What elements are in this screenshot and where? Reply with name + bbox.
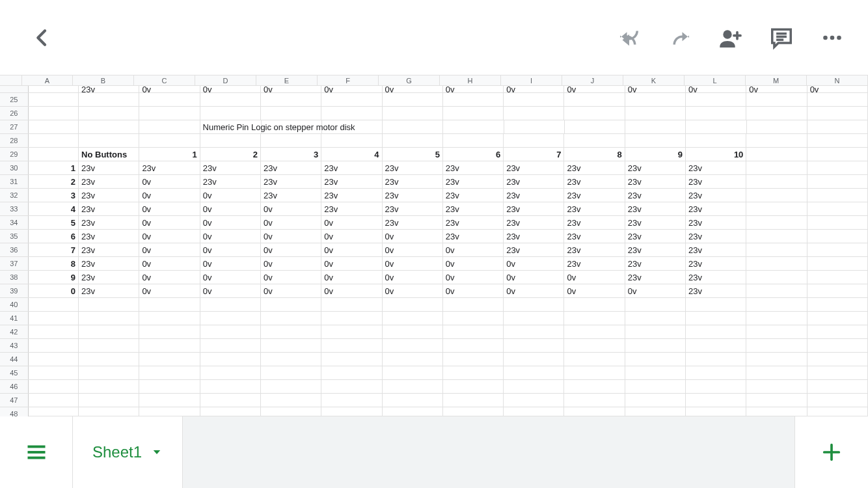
cell[interactable] — [261, 407, 321, 416]
back-button[interactable] — [20, 15, 65, 61]
cell[interactable]: 23v — [504, 175, 564, 188]
cell[interactable]: 0v — [383, 86, 443, 92]
cell[interactable] — [321, 339, 382, 352]
cell[interactable] — [29, 407, 79, 416]
row-header[interactable]: 42 — [0, 325, 29, 338]
cell[interactable] — [383, 339, 443, 352]
cell[interactable]: 23v — [686, 175, 746, 188]
cell[interactable]: 23v — [686, 243, 746, 256]
cell[interactable]: 23v — [79, 216, 139, 229]
cell[interactable]: 0v — [261, 202, 321, 215]
row-header[interactable]: 47 — [0, 394, 29, 407]
cell[interactable] — [746, 353, 807, 366]
cell[interactable] — [139, 298, 200, 311]
cell[interactable] — [564, 366, 625, 379]
cell[interactable] — [79, 394, 139, 407]
cell[interactable]: 9 — [29, 271, 79, 284]
cell[interactable] — [564, 312, 625, 325]
cell[interactable]: 0v — [321, 230, 382, 243]
undo-button[interactable] — [606, 15, 652, 61]
cell[interactable]: 0v — [200, 284, 261, 297]
cell[interactable] — [746, 339, 807, 352]
cell[interactable] — [29, 312, 79, 325]
cell[interactable]: Numeric Pin Logic on stepper motor disk — [200, 120, 262, 133]
cell[interactable]: 23v — [564, 216, 625, 229]
cell[interactable] — [625, 107, 686, 120]
cell[interactable] — [564, 93, 625, 106]
cell[interactable]: 0v — [139, 189, 200, 202]
cell[interactable] — [686, 298, 746, 311]
cell[interactable] — [321, 407, 382, 416]
cell[interactable] — [746, 107, 807, 120]
cell[interactable]: 23v — [564, 230, 625, 243]
cell[interactable]: 23v — [321, 202, 382, 215]
cell[interactable] — [79, 93, 139, 106]
cell[interactable] — [200, 339, 261, 352]
cell[interactable] — [200, 366, 261, 379]
cell[interactable] — [139, 339, 200, 352]
cell[interactable]: 0v — [504, 284, 564, 297]
cell[interactable] — [746, 216, 807, 229]
cell[interactable]: 0v — [261, 284, 321, 297]
row-header[interactable]: 25 — [0, 93, 29, 106]
cell[interactable] — [625, 120, 686, 133]
cell[interactable] — [625, 407, 686, 416]
cell[interactable] — [443, 380, 504, 393]
cell[interactable] — [261, 312, 321, 325]
cell[interactable] — [746, 161, 807, 174]
cell[interactable]: 23v — [383, 216, 443, 229]
cell[interactable]: 23v — [443, 230, 504, 243]
cell[interactable] — [443, 353, 504, 366]
cell[interactable]: 23v — [504, 202, 564, 215]
cell[interactable]: 0v — [625, 284, 686, 297]
row-header[interactable]: 32 — [0, 189, 29, 202]
cell[interactable] — [261, 339, 321, 352]
cell[interactable] — [686, 380, 746, 393]
row-header[interactable]: 30 — [0, 161, 29, 174]
cell[interactable]: 23v — [504, 230, 564, 243]
cell[interactable] — [443, 339, 504, 352]
cell[interactable]: 0v — [261, 86, 321, 92]
cell[interactable]: 0v — [383, 243, 443, 256]
cell[interactable]: 0v — [564, 284, 625, 297]
cell[interactable] — [383, 325, 443, 338]
column-header-H[interactable]: H — [440, 75, 501, 85]
cell[interactable]: 0v — [564, 271, 625, 284]
row-header[interactable]: 33 — [0, 202, 29, 215]
cell[interactable] — [383, 107, 443, 120]
cell[interactable] — [443, 134, 504, 147]
cell[interactable] — [139, 93, 200, 106]
cell[interactable]: 23v — [564, 161, 625, 174]
cell[interactable]: 4 — [29, 202, 79, 215]
cell[interactable]: 23v — [79, 189, 139, 202]
cell[interactable]: 23v — [200, 161, 261, 174]
cell[interactable] — [79, 380, 139, 393]
cell[interactable] — [564, 298, 625, 311]
row-header[interactable]: 38 — [0, 271, 29, 284]
cell[interactable] — [443, 107, 504, 120]
column-header-E[interactable]: E — [256, 75, 318, 85]
row-header[interactable]: 43 — [0, 339, 29, 352]
cell[interactable]: No Buttons — [79, 148, 139, 161]
cell[interactable] — [686, 120, 746, 133]
cell[interactable]: 23v — [79, 161, 139, 174]
cell[interactable]: 23v — [564, 243, 625, 256]
cell[interactable]: 23v — [383, 189, 443, 202]
cell[interactable] — [747, 120, 807, 133]
cell[interactable] — [79, 353, 139, 366]
cell[interactable]: 0v — [443, 86, 504, 92]
cell[interactable]: 0v — [261, 230, 321, 243]
cell[interactable] — [261, 298, 321, 311]
cell[interactable]: 23v — [686, 161, 746, 174]
cell[interactable] — [321, 325, 382, 338]
cell[interactable]: 23v — [625, 161, 686, 174]
cell[interactable]: 23v — [443, 202, 504, 215]
cell[interactable]: 23v — [686, 284, 746, 297]
cell[interactable] — [261, 394, 321, 407]
cell[interactable]: 0v — [443, 257, 504, 270]
cell[interactable] — [261, 93, 321, 106]
cell[interactable] — [746, 257, 807, 270]
cell[interactable] — [29, 380, 79, 393]
cell[interactable] — [383, 298, 443, 311]
cell[interactable] — [807, 189, 868, 202]
